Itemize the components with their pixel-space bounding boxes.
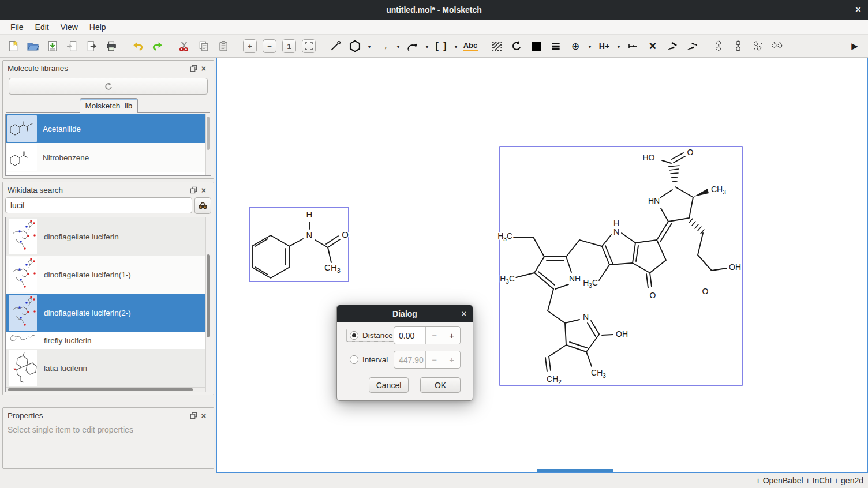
distance-radio[interactable] bbox=[350, 331, 358, 340]
radio-dot bbox=[352, 333, 356, 337]
undo-icon[interactable] bbox=[129, 37, 147, 55]
close-panel-icon[interactable]: × bbox=[199, 411, 209, 420]
reaction-arrow-dropdown-icon[interactable]: ▾ bbox=[394, 37, 403, 55]
hash-wedge-bonds bbox=[668, 166, 704, 234]
zoom-in-icon[interactable]: + bbox=[241, 37, 259, 55]
tab-molsketch-lib[interactable]: Molsketch_lib bbox=[80, 98, 138, 113]
refresh-library-button[interactable] bbox=[9, 78, 208, 95]
color-swatch-tool[interactable] bbox=[527, 37, 545, 55]
canvas-scroll-indicator[interactable] bbox=[537, 469, 613, 472]
save-icon[interactable] bbox=[44, 37, 61, 55]
selection-rect-luciferin[interactable] bbox=[500, 147, 742, 385]
search-button[interactable] bbox=[194, 197, 211, 214]
ring-tool-dropdown-icon[interactable]: ▾ bbox=[365, 37, 374, 55]
hydrogen-dropdown-icon[interactable]: ▾ bbox=[614, 37, 623, 55]
copy-icon[interactable] bbox=[195, 37, 212, 55]
cancel-button[interactable]: Cancel bbox=[369, 377, 409, 393]
interval-decrement-button[interactable]: − bbox=[425, 351, 443, 368]
library-item-nitrobenzene[interactable]: Nitrobenzene bbox=[6, 143, 211, 172]
molecule-group-tool[interactable] bbox=[769, 37, 786, 55]
dialog-title-bar[interactable]: Dialog × bbox=[337, 305, 473, 322]
acetanilide-thumbnail bbox=[7, 115, 37, 142]
menu-help[interactable]: Help bbox=[84, 20, 112, 34]
hydrogen-tool[interactable]: H+ bbox=[596, 37, 613, 55]
result-latia-luciferin[interactable]: latia luciferin bbox=[6, 349, 211, 387]
molecule-drawing: HNOCH3 HOOCH3HNHNH3CH3CNHH3COOHONOHCH3CH… bbox=[217, 58, 867, 472]
molsketch-window: untitled.mol* - Molsketch × File Edit Vi… bbox=[0, 0, 868, 488]
draw-bond-tool[interactable] bbox=[327, 37, 344, 55]
library-list-scrollbar[interactable] bbox=[205, 114, 211, 175]
line-width-tool[interactable] bbox=[547, 37, 564, 55]
redo-icon[interactable] bbox=[149, 37, 166, 55]
toolbar-overflow-icon[interactable]: ▶ bbox=[846, 37, 863, 55]
cut-icon[interactable] bbox=[175, 37, 193, 55]
wikidata-search-input[interactable] bbox=[5, 197, 192, 213]
results-vertical-scrollbar[interactable] bbox=[205, 217, 211, 392]
menu-file[interactable]: File bbox=[5, 20, 29, 34]
import-icon[interactable] bbox=[63, 37, 81, 55]
ok-button[interactable]: OK bbox=[420, 377, 461, 393]
delete-tool[interactable]: × bbox=[644, 37, 661, 55]
luciferin-structure[interactable] bbox=[513, 153, 727, 371]
scrollbar-handle[interactable] bbox=[8, 388, 193, 391]
zoom-original-icon[interactable]: 1 bbox=[280, 37, 298, 55]
scrollbar-handle[interactable] bbox=[207, 254, 210, 337]
paste-icon[interactable] bbox=[215, 37, 232, 55]
rotate-tool[interactable] bbox=[508, 37, 525, 55]
reaction-arrow-tool[interactable]: → bbox=[375, 37, 392, 55]
charge-tool[interactable]: ⊕ bbox=[567, 37, 584, 55]
scrollbar-handle[interactable] bbox=[207, 117, 210, 150]
float-panel-icon[interactable] bbox=[188, 63, 199, 73]
molecule-bond-tool[interactable] bbox=[729, 37, 747, 55]
hash-bond-tool[interactable] bbox=[683, 37, 701, 55]
interval-increment-button[interactable]: + bbox=[443, 351, 460, 368]
luciferin-atom-labels: HOOCH3HNHNH3CH3CNHH3COOHONOHCH3CH2 bbox=[497, 148, 741, 385]
drawing-canvas[interactable]: HNOCH3 HOOCH3HNHNH3CH3CNHH3COOHONOHCH3CH… bbox=[216, 58, 868, 473]
bracket-tool[interactable]: [ ] bbox=[433, 37, 450, 55]
interval-radio[interactable] bbox=[350, 355, 358, 364]
molecule-split-tool[interactable] bbox=[749, 37, 766, 55]
distance-value[interactable]: 0.00 bbox=[394, 327, 425, 344]
distance-radio-group: Distance bbox=[346, 329, 396, 342]
molecule-libraries-panel: Molecule libraries × Molsketch_lib Aceta… bbox=[2, 60, 214, 179]
atom-label: HN bbox=[648, 196, 660, 205]
distance-increment-button[interactable]: + bbox=[443, 327, 460, 344]
align-tool[interactable] bbox=[624, 37, 642, 55]
new-document-icon[interactable] bbox=[5, 37, 22, 55]
dialog-close-icon[interactable]: × bbox=[462, 309, 466, 318]
close-panel-icon[interactable]: × bbox=[199, 185, 209, 194]
print-icon[interactable] bbox=[103, 37, 120, 55]
close-panel-icon[interactable]: × bbox=[199, 63, 209, 73]
text-tool[interactable]: Abc bbox=[462, 37, 479, 55]
export-icon[interactable] bbox=[83, 37, 100, 55]
atom-label: H3C bbox=[500, 274, 515, 285]
zoom-fit-icon[interactable] bbox=[300, 37, 317, 55]
menu-edit[interactable]: Edit bbox=[29, 20, 55, 34]
bracket-tool-dropdown-icon[interactable]: ▾ bbox=[451, 37, 461, 55]
result-dinoflagellate-luciferin-1[interactable]: dinoflagellate luciferin(1-) bbox=[6, 256, 211, 294]
window-close-icon[interactable]: × bbox=[855, 0, 861, 20]
mechanism-arrow-tool[interactable] bbox=[404, 37, 421, 55]
library-item-acetanilide[interactable]: Acetanilide bbox=[6, 114, 211, 143]
float-panel-icon[interactable] bbox=[188, 185, 199, 194]
open-file-icon[interactable] bbox=[24, 37, 42, 55]
result-firefly-luciferin[interactable]: firefly luciferin bbox=[6, 332, 211, 349]
result-label: latia luciferin bbox=[44, 364, 87, 373]
molecule-charge-tool[interactable] bbox=[710, 37, 727, 55]
charge-dropdown-icon[interactable]: ▾ bbox=[585, 37, 594, 55]
results-horizontal-scrollbar[interactable] bbox=[6, 387, 206, 392]
hatch-selection-tool[interactable] bbox=[488, 37, 506, 55]
atom-label: O bbox=[702, 287, 709, 296]
distance-decrement-button[interactable]: − bbox=[425, 327, 443, 344]
wedge-bond-tool[interactable] bbox=[664, 37, 681, 55]
atom-label: CH3 bbox=[324, 262, 341, 274]
result-dinoflagellate-luciferin[interactable]: dinoflagellate luciferin bbox=[6, 217, 211, 256]
menu-view[interactable]: View bbox=[55, 20, 84, 34]
result-dinoflagellate-luciferin-2[interactable]: dinoflagellate luciferin(2-) bbox=[6, 294, 211, 332]
interval-value[interactable]: 447.90 bbox=[394, 351, 425, 368]
ring-tool[interactable] bbox=[346, 37, 364, 55]
mechanism-arrow-dropdown-icon[interactable]: ▾ bbox=[422, 37, 432, 55]
float-panel-icon[interactable] bbox=[188, 411, 199, 420]
atom-label: HO bbox=[643, 153, 655, 162]
zoom-out-icon[interactable]: − bbox=[261, 37, 278, 55]
